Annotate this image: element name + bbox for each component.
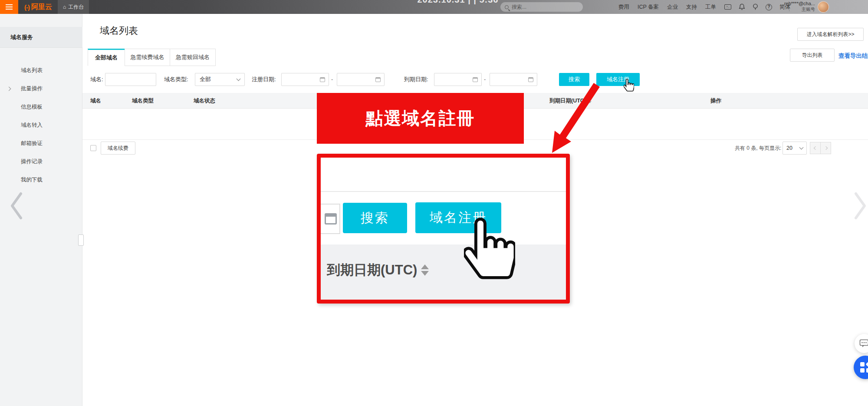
carousel-right-icon[interactable] bbox=[852, 190, 868, 221]
sidebar-item-label: 我的下载 bbox=[21, 176, 43, 184]
calendar-icon bbox=[325, 213, 337, 224]
menu-item-tickets[interactable]: 工单 bbox=[705, 3, 716, 11]
account-role: 主账号 bbox=[784, 7, 815, 12]
sort-desc-icon bbox=[588, 101, 592, 103]
zoom-register-button: 域名注册 bbox=[415, 202, 501, 233]
zoom-date-input-fragment bbox=[321, 204, 340, 234]
menu-item-icp[interactable]: ICP 备案 bbox=[638, 3, 659, 11]
tab-renew-soon[interactable]: 急需续费域名 bbox=[125, 49, 170, 66]
aliyun-domain-console: (-) 阿里云 ⌂ 工作台 2023.10.31 | | 5:36 搜索... … bbox=[0, 0, 868, 406]
search-placeholder: 搜索... bbox=[512, 3, 526, 11]
account-menu[interactable]: reb****@cha... 主账号 bbox=[784, 1, 815, 12]
register-date-end-input[interactable] bbox=[337, 73, 385, 86]
carousel-left-icon[interactable] bbox=[8, 190, 25, 221]
tab-redeem-soon[interactable]: 急需赎回域名 bbox=[170, 49, 216, 66]
expire-date-end-input[interactable] bbox=[490, 73, 537, 86]
account-email: reb****@cha... bbox=[784, 1, 815, 7]
chat-icon bbox=[859, 339, 868, 348]
home-icon: ⌂ bbox=[63, 4, 66, 10]
navbar-menu: 费用 ICP 备案 企业 支持 工单 >_ ? bbox=[618, 0, 799, 14]
hamburger-button[interactable] bbox=[0, 0, 18, 14]
col-domain[interactable]: 域名 bbox=[90, 93, 101, 109]
col-domain-type[interactable]: 域名类型 bbox=[132, 93, 154, 109]
sidebar-title: 域名服务 bbox=[0, 27, 82, 48]
zoom-divider bbox=[321, 191, 566, 192]
menu-item-enterprise[interactable]: 企业 bbox=[667, 3, 678, 11]
date-range-separator: - bbox=[331, 73, 333, 86]
menu-item-support[interactable]: 支持 bbox=[686, 3, 697, 11]
domain-type-select[interactable]: 全部 bbox=[195, 73, 245, 86]
sidebar-item-info-template[interactable]: 信息模板 bbox=[0, 98, 82, 116]
sidebar-item-label: 域名转入 bbox=[21, 122, 43, 129]
chevron-left-icon bbox=[813, 146, 817, 150]
sidebar-collapse-handle[interactable] bbox=[78, 234, 84, 246]
search-icon bbox=[505, 5, 509, 9]
sidebar-item-domain-list[interactable]: 域名列表 bbox=[0, 62, 82, 79]
domain-register-button[interactable]: 域名注册 bbox=[596, 73, 640, 86]
col-expire-date[interactable]: 到期日期(UTC) bbox=[549, 93, 592, 109]
aliyun-logo-label: 阿里云 bbox=[31, 3, 52, 12]
pagination-summary: 共有 0 条, 每页显示: bbox=[735, 142, 781, 155]
zoom-expire-column-label: 到期日期(UTC) bbox=[327, 261, 417, 279]
bulb-icon[interactable] bbox=[753, 3, 758, 10]
page-size-value: 20 bbox=[786, 145, 792, 151]
help-icon[interactable]: ? bbox=[766, 4, 772, 10]
page-size-select[interactable]: 20 bbox=[783, 142, 807, 155]
aliyun-logo-icon: (-) bbox=[24, 3, 30, 11]
terminal-icon[interactable]: >_ bbox=[724, 4, 731, 10]
domain-filter-label: 域名: bbox=[90, 73, 103, 86]
sidebar-item-label: 批量操作 bbox=[21, 85, 43, 92]
calendar-icon bbox=[375, 77, 381, 82]
col-domain-status[interactable]: 域名状态 bbox=[194, 93, 215, 109]
workbench-label: 工作台 bbox=[68, 3, 84, 11]
select-all-checkbox[interactable] bbox=[90, 145, 96, 151]
avatar[interactable] bbox=[818, 1, 829, 13]
register-date-start-input[interactable] bbox=[281, 73, 329, 86]
hamburger-icon bbox=[6, 7, 13, 7]
sort-asc-icon bbox=[588, 98, 592, 100]
sidebar-item-label: 域名列表 bbox=[21, 67, 43, 74]
aliyun-logo[interactable]: (-) 阿里云 bbox=[24, 0, 52, 14]
top-navbar: (-) 阿里云 ⌂ 工作台 2023.10.31 | | 5:36 搜索... … bbox=[0, 0, 868, 14]
export-list-button[interactable]: 导出列表 bbox=[790, 49, 835, 62]
enter-dns-list-button[interactable]: 进入域名解析列表>> bbox=[797, 28, 864, 41]
domain-type-value: 全部 bbox=[200, 76, 211, 83]
col-actions[interactable]: 操作 bbox=[710, 93, 721, 109]
chevron-down-icon bbox=[799, 145, 804, 150]
pager bbox=[810, 142, 831, 154]
sidebar-item-label: 操作记录 bbox=[21, 158, 43, 165]
app-grid-button[interactable] bbox=[854, 356, 868, 379]
sidebar-item-my-downloads[interactable]: 我的下载 bbox=[0, 171, 82, 188]
sidebar-item-batch-ops[interactable]: 批量操作 bbox=[0, 80, 82, 97]
date-range-separator: - bbox=[484, 73, 486, 86]
search-button[interactable]: 搜索 bbox=[559, 73, 589, 86]
calendar-icon bbox=[320, 77, 325, 82]
bell-icon[interactable] bbox=[739, 3, 745, 10]
app-grid-icon bbox=[860, 362, 868, 373]
sort-icon bbox=[421, 264, 429, 276]
next-page-button[interactable] bbox=[820, 142, 831, 154]
domain-filter-input[interactable] bbox=[105, 73, 156, 86]
view-export-result-link[interactable]: 查看导出结果 bbox=[838, 52, 868, 60]
annotation-zoom-box: 搜索 域名注册 到期日期(UTC) bbox=[317, 154, 570, 304]
zoom-search-button: 搜索 bbox=[343, 203, 407, 233]
prev-page-button[interactable] bbox=[810, 142, 821, 154]
register-date-label: 注册日期: bbox=[252, 73, 276, 86]
global-search-input[interactable]: 搜索... bbox=[500, 2, 583, 12]
sidebar-item-operation-log[interactable]: 操作记录 bbox=[0, 153, 82, 170]
calendar-icon bbox=[528, 77, 533, 82]
expire-date-start-input[interactable] bbox=[434, 73, 482, 86]
sidebar-item-domain-transfer-in[interactable]: 域名转入 bbox=[0, 116, 82, 134]
feedback-chat-button[interactable] bbox=[855, 334, 868, 353]
workbench-tab[interactable]: ⌂ 工作台 bbox=[58, 0, 89, 14]
sidebar-item-email-verify[interactable]: 邮箱验证 bbox=[0, 135, 82, 152]
zoom-expire-column: 到期日期(UTC) bbox=[327, 261, 429, 279]
menu-item-billing[interactable]: 费用 bbox=[618, 3, 629, 11]
sort-icon[interactable] bbox=[588, 98, 592, 103]
domain-renew-button[interactable]: 域名续费 bbox=[101, 142, 135, 155]
sort-desc-icon bbox=[421, 271, 429, 276]
tab-all-domains[interactable]: 全部域名 bbox=[88, 49, 125, 66]
domain-type-label: 域名类型: bbox=[164, 73, 188, 86]
page-title: 域名列表 bbox=[100, 24, 138, 37]
bell-glyph bbox=[739, 3, 745, 10]
